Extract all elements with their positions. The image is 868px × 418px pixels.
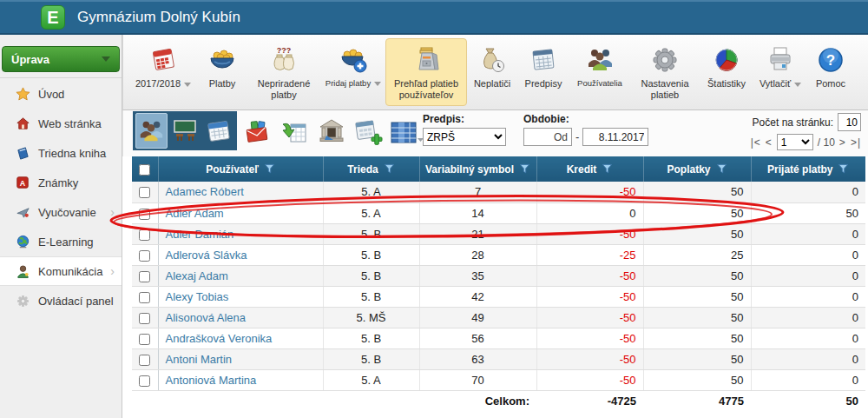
filter-funnel-icon[interactable] xyxy=(602,163,613,175)
prijate-cell: 0 xyxy=(751,265,865,286)
view-tab-users[interactable] xyxy=(135,113,168,149)
row-checkbox[interactable] xyxy=(139,250,150,262)
vs-cell: 42 xyxy=(419,286,536,307)
view-tab-calendar[interactable] xyxy=(202,113,234,149)
users-icon xyxy=(585,43,615,76)
column-settings-icon[interactable] xyxy=(389,116,425,149)
poplatky-cell: 50 xyxy=(643,265,751,286)
select-all-header xyxy=(132,156,158,182)
row-checkbox[interactable] xyxy=(139,375,150,387)
prev-page-button[interactable]: < xyxy=(766,136,773,149)
grade-a-icon: A xyxy=(15,175,30,190)
table-header-row: Používateľ Trieda Variabilný symbol Kred… xyxy=(132,156,865,182)
export-table-icon[interactable] xyxy=(279,116,311,149)
pie-chart-icon xyxy=(712,43,741,76)
user-link[interactable]: Andrašková Veronika xyxy=(158,328,323,348)
col-header-kredit[interactable]: Kredit xyxy=(536,156,643,182)
poplatky-cell: 50 xyxy=(643,307,751,328)
coins-bowl-icon xyxy=(207,43,237,76)
toolbar-item-platby[interactable]: Platby xyxy=(198,38,247,106)
row-checkbox[interactable] xyxy=(139,334,150,345)
filter-funnel-icon[interactable] xyxy=(264,163,275,175)
user-link[interactable]: Adlerová Slávka xyxy=(158,244,323,265)
toolbar-item-vytlacit[interactable]: Vytlačiť xyxy=(753,38,807,106)
last-page-button[interactable]: >| xyxy=(851,136,861,149)
class-cell: 5. B xyxy=(323,328,419,348)
toolbar-item-pouzivatelia[interactable]: Používatelia xyxy=(569,38,630,106)
user-link[interactable]: Alexaj Adam xyxy=(158,265,323,286)
user-link[interactable]: Adler Damián xyxy=(158,223,323,244)
view-tab-classes[interactable] xyxy=(168,113,201,149)
predpis-select[interactable]: ZRPŠ xyxy=(423,128,506,146)
toolbar-item-nepriradene-platby[interactable]: ??? Nepriradené platby xyxy=(247,38,321,106)
toolbar-item-pomoc[interactable]: ? Pomoc xyxy=(807,38,854,106)
table-row: Adlerová Slávka 5. B 28 -25 25 0 xyxy=(132,244,865,265)
col-header-prijate-platby[interactable]: Prijaté platby xyxy=(751,156,865,182)
edit-dropdown-button[interactable]: Úprava xyxy=(2,46,120,72)
svg-text:???: ??? xyxy=(277,46,292,55)
user-link[interactable]: Antoni Martin xyxy=(158,348,323,369)
toolbar-item-neplatici[interactable]: Neplatiči xyxy=(467,38,517,106)
select-all-checkbox[interactable] xyxy=(139,164,150,176)
table-body: Adamec Róbert 5. A 7 -50 50 0 Adler Adam… xyxy=(132,182,865,390)
filter-funnel-icon[interactable] xyxy=(838,163,849,175)
row-checkbox[interactable] xyxy=(139,271,150,282)
page-select[interactable]: 1 xyxy=(777,134,813,150)
user-link[interactable]: Alisonová Alena xyxy=(158,307,323,328)
date-to-input[interactable] xyxy=(582,128,648,146)
calculator-add-icon[interactable] xyxy=(352,116,384,149)
user-link[interactable]: Adamec Róbert xyxy=(158,182,323,202)
toolbar-item-nastavenia-platieb[interactable]: Nastavenia platieb xyxy=(630,38,700,106)
calendar-view-icon xyxy=(206,118,232,144)
divider xyxy=(0,77,122,78)
vs-cell: 21 xyxy=(419,223,536,244)
bank-icon[interactable] xyxy=(316,116,347,149)
row-checkbox[interactable] xyxy=(139,209,150,220)
row-checkbox[interactable] xyxy=(139,313,150,324)
sidebar-item-znamky[interactable]: A Známky xyxy=(0,168,122,197)
toolbar-item-label: Pridaj platby xyxy=(326,78,371,88)
send-mail-icon[interactable] xyxy=(243,116,274,149)
filter-funnel-icon[interactable] xyxy=(519,163,530,175)
class-cell: 5. B xyxy=(323,265,419,286)
page-title: Gymnázium Dolný Kubín xyxy=(77,2,240,33)
first-page-button[interactable]: |< xyxy=(751,136,761,149)
row-checkbox[interactable] xyxy=(139,292,150,303)
col-header-poplatky[interactable]: Poplatky xyxy=(643,156,751,182)
toolbar-item-pridaj-platby[interactable]: Pridaj platby xyxy=(321,38,385,106)
toolbar-item-statistiky[interactable]: Štatistiky xyxy=(700,38,753,106)
row-checkbox[interactable] xyxy=(139,229,150,241)
sidebar-item-ovladaci-panel[interactable]: Ovládací panel xyxy=(0,286,122,315)
user-link[interactable]: Adler Adam xyxy=(158,202,323,223)
row-checkbox[interactable] xyxy=(139,187,150,198)
user-link[interactable]: Antoniová Martina xyxy=(158,369,323,390)
col-header-pouzivatel[interactable]: Používateľ xyxy=(158,156,323,182)
sidebar-item-elearning[interactable]: E-Learning xyxy=(0,227,122,256)
filter-funnel-icon[interactable] xyxy=(384,163,395,175)
toolbar-item-label: Používatelia xyxy=(577,78,622,88)
sidebar-item-komunikacia[interactable]: Komunikácia › xyxy=(0,256,122,286)
class-cell: 5. MŠ xyxy=(323,307,419,328)
row-checkbox[interactable] xyxy=(139,355,150,366)
sidebar-item-vyucovanie[interactable]: Vyučovanie › xyxy=(0,197,122,227)
sidebar-item-triedna-kniha[interactable]: Triedna kniha xyxy=(0,138,122,168)
toolbar-item-prehlad-platieb[interactable]: Prehľad platieb používateľov xyxy=(385,38,467,106)
toolbar-item-school-year[interactable]: 2017/2018 xyxy=(128,38,198,106)
sidebar-item-uvod[interactable]: Úvod xyxy=(0,79,122,109)
col-header-trieda[interactable]: Trieda xyxy=(323,156,419,182)
per-page-input[interactable] xyxy=(838,113,861,131)
prijate-cell: 0 xyxy=(751,328,865,348)
filter-action-icons xyxy=(243,116,425,149)
prijate-cell: 0 xyxy=(751,286,865,307)
toolbar-item-predpisy[interactable]: Predpisy xyxy=(517,38,569,106)
col-header-label: Variabilný symbol xyxy=(425,163,514,176)
filter-funnel-icon[interactable] xyxy=(716,163,727,175)
class-cell: 5. B xyxy=(323,286,419,307)
col-header-variabilny-symbol[interactable]: Variabilný symbol xyxy=(419,156,536,182)
app-header: E Gymnázium Dolný Kubín xyxy=(0,0,868,35)
sidebar-item-web-stranka[interactable]: Web stránka xyxy=(0,109,122,138)
toolbar-item-label: Vytlačiť xyxy=(760,78,791,89)
user-link[interactable]: Alexy Tobias xyxy=(158,286,323,307)
next-page-button[interactable]: > xyxy=(839,136,846,149)
date-from-input[interactable] xyxy=(523,128,572,146)
